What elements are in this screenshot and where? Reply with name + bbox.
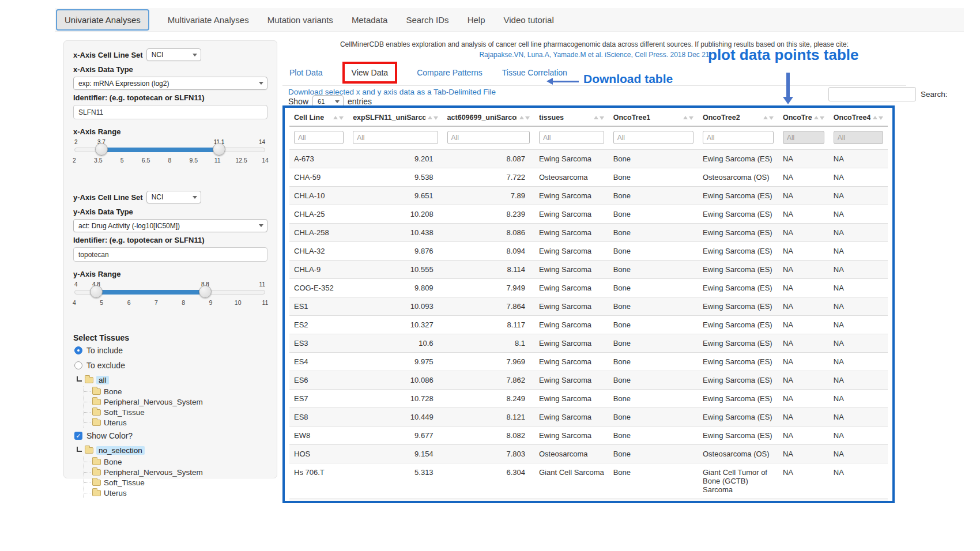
show-color-row[interactable]: ✓ Show Color? [74,431,267,440]
nav-item-multivariate-analyses[interactable]: Multivariate Analyses [168,15,249,25]
view-tabs: Plot DataView DataCompare PatternsTissue… [289,60,567,85]
table-row-chla-10[interactable]: CHLA-109.6517.89Ewing SarcomaBoneEwing S… [289,187,888,205]
slider-handle-high[interactable] [199,285,212,298]
radio-unselected-icon[interactable] [74,361,82,369]
tab-compare-patterns[interactable]: Compare Patterns [417,68,483,77]
table-row-chla-9[interactable]: CHLA-910.5558.114Ewing SarcomaBoneEwing … [289,261,888,279]
filter-input-oncotree4[interactable] [834,131,883,144]
nav-item-mutation-variants[interactable]: Mutation variants [267,15,333,25]
cell-oncotree4: NA [829,408,888,427]
nav-item-metadata[interactable]: Metadata [352,15,388,25]
column-header-oncotree4[interactable]: OncoTree4 [829,108,888,126]
table-row-cha-59[interactable]: CHA-599.5387.722OsteosarcomaBoneOsteosar… [289,168,888,187]
filter-input-tissues[interactable] [539,131,604,144]
nav-item-search-ids[interactable]: Search IDs [406,15,448,25]
tree-item-uterus[interactable]: Uterus [84,417,267,428]
table-row-chla-258[interactable]: CHLA-25810.4388.086Ewing SarcomaBoneEwin… [289,224,888,242]
table-row-ew8[interactable]: EW89.6778.082Ewing SarcomaBoneEwing Sarc… [289,427,888,445]
column-header-oncotree3[interactable]: OncoTree3 [778,108,829,126]
table-row-hs-706-t[interactable]: Hs 706.T5.3136.304Giant Cell SarcomaBone… [289,463,888,499]
filter-input-oncotree3[interactable] [783,131,824,144]
sort-icon[interactable] [594,116,604,120]
tree-item-uterus[interactable]: Uterus [84,488,267,498]
column-header-oncotree2[interactable]: OncoTree2 [698,108,778,126]
cell-oncotree2: Ewing Sarcoma (ES) [698,224,778,242]
cell-oncotree4: NA [829,168,888,187]
column-header-act609699-unisarcoma[interactable]: act609699_uniSarcoma [443,108,534,126]
tab-tissue-correlation[interactable]: Tissue Correlation [502,68,567,77]
y-cell-line-set-select[interactable]: NCI [146,191,201,203]
sort-icon[interactable] [763,116,774,120]
filter-input-cell-line[interactable] [294,131,344,144]
tree-root-no-selection[interactable]: no_selection [96,446,145,455]
sort-icon[interactable] [333,116,344,120]
column-header-expslfn11-unisarcoma[interactable]: expSLFN11_uniSarcoma [348,108,442,126]
tree-item-bone[interactable]: Bone [84,456,267,467]
sort-icon[interactable] [873,116,883,120]
search-input[interactable] [828,87,916,101]
tree-item-bone[interactable]: Bone [84,386,267,397]
table-row-es1[interactable]: ES110.0937.864Ewing SarcomaBoneEwing Sar… [289,297,888,316]
tree-item-peripheral-nervous-system[interactable]: Peripheral_Nervous_System [84,397,267,407]
x-identifier-input[interactable] [73,105,267,119]
cell-oncotree3: NA [778,242,829,261]
filter-input-oncotree1[interactable] [613,131,693,144]
table-row-es2[interactable]: ES210.3278.117Ewing SarcomaBoneEwing Sar… [289,316,888,334]
cell-oncotree1: Bone [609,499,698,504]
table-row-a-673[interactable]: A-6739.2018.087Ewing SarcomaBoneEwing Sa… [289,150,888,168]
radio-selected-icon[interactable] [74,346,82,354]
radio-to-include[interactable]: To include [74,346,267,355]
slider-tick-label: 7 [154,299,158,306]
y-identifier-input[interactable] [73,247,267,262]
slider-handle-low[interactable] [90,285,103,298]
tree-root-all[interactable]: all [96,376,109,384]
nav-item-video-tutorial[interactable]: Video tutorial [503,15,553,25]
tree-item-peripheral-nervous-system[interactable]: Peripheral_Nervous_System [84,467,267,477]
table-row-es6[interactable]: ES610.0867.862Ewing SarcomaBoneEwing Sar… [289,371,888,390]
x-data-type-value: exp: mRNA Expression (log2) [78,80,169,88]
table-row-es4[interactable]: ES49.9757.969Ewing SarcomaBoneEwing Sarc… [289,353,888,371]
nav-item-help[interactable]: Help [468,15,485,25]
nav-item-univariate-analyses[interactable]: Univariate Analyses [56,9,149,31]
table-row-es7[interactable]: ES710.7288.249Ewing SarcomaBoneEwing Sar… [289,390,888,408]
tree-item-label: Bone [104,387,122,396]
column-header-oncotree1[interactable]: OncoTree1 [609,108,698,126]
sort-icon[interactable] [519,116,530,120]
tab-view-data[interactable]: View Data [352,68,389,77]
column-header-cell-line[interactable]: Cell Line [289,108,348,126]
table-row-hu09[interactable]: Hu098.7337.97OsteosarcomaBoneOsteosarcom… [289,499,888,504]
folder-icon [92,490,101,496]
table-row-es3[interactable]: ES310.68.1Ewing SarcomaBoneEwing Sarcoma… [289,334,888,353]
checkbox-checked-icon[interactable]: ✓ [74,432,82,440]
table-row-es8[interactable]: ES810.4498.121Ewing SarcomaBoneEwing Sar… [289,408,888,427]
cell-oncotree4: NA [829,499,888,504]
sort-icon[interactable] [814,116,824,120]
y-data-type-select[interactable]: act: Drug Activity (-log10[IC50M]) [73,219,267,232]
filter-input-expslfn11-unisarcoma[interactable] [353,131,438,144]
sort-icon[interactable] [683,116,693,120]
table-row-cog-e-352[interactable]: COG-E-3529.8097.949Ewing SarcomaBoneEwin… [289,279,888,297]
sort-icon[interactable] [428,116,438,120]
slider-handle-high[interactable] [213,143,225,156]
tree-item-soft-tissue[interactable]: Soft_Tissue [84,477,267,488]
folder-icon [92,409,101,416]
table-row-chla-25[interactable]: CHLA-2510.2088.239Ewing SarcomaBoneEwing… [289,205,888,224]
column-header-tissues[interactable]: tissues [534,108,609,126]
table-row-hos[interactable]: HOS9.1547.803OsteosarcomaBoneOsteosarcom… [289,445,888,463]
table-row-chla-32[interactable]: CHLA-329.8768.094Ewing SarcomaBoneEwing … [289,242,888,261]
x-data-type-select[interactable]: exp: mRNA Expression (log2) [73,77,267,90]
tree-item-soft-tissue[interactable]: Soft_Tissue [84,407,267,417]
slider-handle-low[interactable] [95,143,108,156]
x-range-slider[interactable]: 2143.711.123.556.589.51112.514 [74,139,265,167]
y-range-slider[interactable]: 4114.88.84567891011 [74,281,265,309]
filter-input-act609699-unisarcoma[interactable] [447,131,530,144]
filter-input-oncotree2[interactable] [703,131,774,144]
x-cell-line-set-select[interactable]: NCI [146,48,201,61]
tab-plot-data[interactable]: Plot Data [289,68,323,77]
radio-to-include-label: To include [86,346,123,355]
cell-oncotree4: NA [829,334,888,353]
show-color-label: Show Color? [86,431,133,440]
cell-oncotree3: NA [778,353,829,371]
slider-tick-label: 5 [120,157,124,164]
radio-to-exclude[interactable]: To exclude [74,361,267,370]
